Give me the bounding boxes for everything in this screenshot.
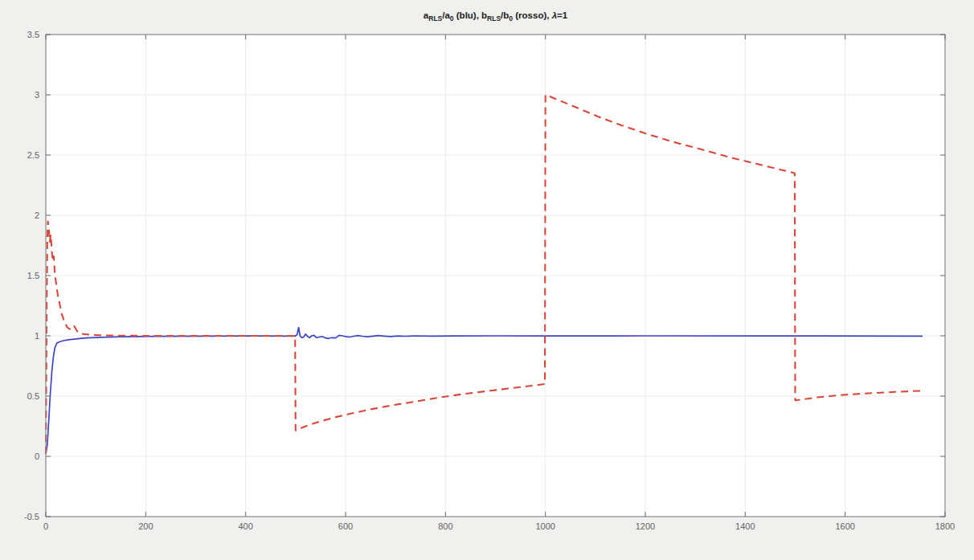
x-tick-label: 1800 <box>935 521 955 531</box>
x-tick-label: 1200 <box>636 521 655 531</box>
y-tick-label: 0.5 <box>27 391 39 401</box>
x-tick-label: 400 <box>238 521 252 531</box>
x-tick-label: 200 <box>138 521 153 531</box>
x-tick-label: 1600 <box>835 521 854 531</box>
y-tick-label: 2.5 <box>27 150 39 160</box>
y-tick-label: 3 <box>35 90 39 100</box>
x-tick-label: 1400 <box>735 521 755 531</box>
y-tick-label: 0 <box>35 452 39 461</box>
y-tick-label: -0.5 <box>24 512 39 521</box>
y-tick-labels: -0.500.511.522.533.5 <box>24 30 39 521</box>
x-tick-label: 600 <box>338 521 353 531</box>
y-tick-label: 2 <box>35 211 39 220</box>
x-tick-label: 0 <box>43 521 48 531</box>
plot-canvas: 020040060080010001200140016001800-0.500.… <box>0 0 974 560</box>
y-tick-label: 1 <box>35 331 39 341</box>
y-tick-label: 3.5 <box>27 30 39 39</box>
x-tick-label: 800 <box>438 521 452 531</box>
y-tick-label: 1.5 <box>27 271 39 280</box>
x-tick-label: 1000 <box>535 521 555 531</box>
matlab-figure-window: aRLS/a0 (blu), bRLS/b0 (rosso), λ=1 0200… <box>0 0 974 560</box>
x-tick-labels: 020040060080010001200140016001800 <box>43 521 955 531</box>
